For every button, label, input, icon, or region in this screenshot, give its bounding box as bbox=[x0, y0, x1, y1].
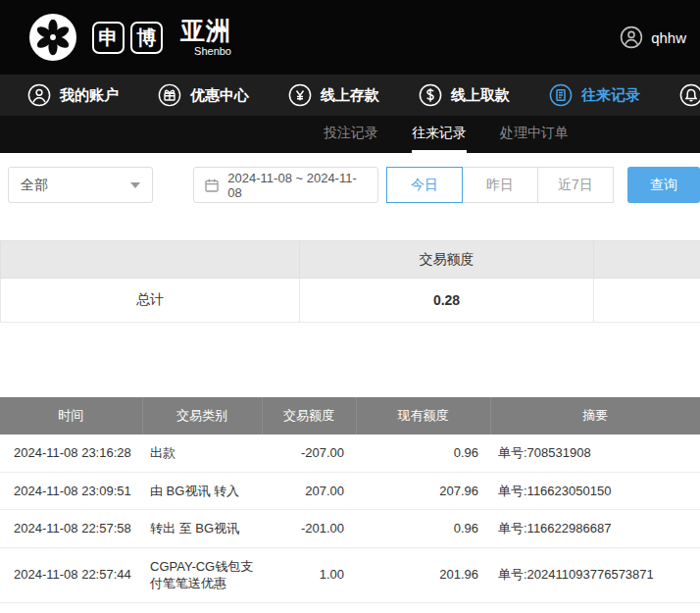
summary-header-empty bbox=[1, 241, 300, 279]
transaction-records-page: 申 博 亚洲 Shenbo qhhw bbox=[0, 0, 700, 613]
nav-item-transactions[interactable]: 往来记录 bbox=[549, 83, 640, 107]
brand-region: 亚洲 bbox=[180, 18, 231, 45]
table-row: 2024-11-08 22:57:44 CGPAY支付 200.00 200.9… bbox=[0, 602, 700, 613]
tab-transaction-records[interactable]: 往来记录 bbox=[412, 116, 467, 153]
nav-item-promotions[interactable]: 优惠中心 bbox=[158, 83, 249, 107]
nav-item-withdraw[interactable]: 线上取款 bbox=[419, 83, 510, 107]
user-account[interactable]: qhhw bbox=[620, 26, 686, 49]
yesterday-button[interactable]: 昨日 bbox=[462, 167, 538, 203]
bell-icon bbox=[679, 83, 700, 107]
summary-header-empty bbox=[594, 241, 700, 279]
col-header-time: 时间 bbox=[0, 397, 142, 434]
tab-label: 处理中订单 bbox=[500, 125, 569, 142]
col-header-amount: 交易额度 bbox=[262, 397, 356, 434]
cell-time: 2024-11-08 22:57:58 bbox=[0, 510, 142, 548]
nav-label: 我的账户 bbox=[60, 86, 119, 105]
deposit-icon bbox=[288, 83, 312, 107]
col-header-summary: 摘要 bbox=[490, 397, 700, 434]
nav-item-my-account[interactable]: 我的账户 bbox=[27, 83, 119, 107]
cell-balance: 207.96 bbox=[356, 472, 490, 510]
cell-amount: 200.00 bbox=[262, 602, 356, 613]
withdraw-icon bbox=[419, 83, 442, 107]
cell-category: CGPAY支付 bbox=[142, 602, 262, 613]
col-header-category: 交易类别 bbox=[142, 397, 262, 434]
table-header-row: 时间 交易类别 交易额度 现有额度 摘要 bbox=[0, 397, 700, 434]
user-avatar-icon bbox=[620, 26, 643, 49]
cell-category: 转出 至 BG视讯 bbox=[142, 510, 262, 548]
cell-time: 2024-11-08 23:09:51 bbox=[0, 472, 142, 510]
cell-summary: 单号:116623050150 bbox=[490, 472, 700, 510]
records-icon bbox=[549, 83, 573, 107]
cell-time: 2024-11-08 23:16:28 bbox=[0, 434, 142, 472]
cell-balance: 201.96 bbox=[356, 547, 490, 602]
transactions-table: 时间 交易类别 交易额度 现有额度 摘要 2024-11-08 23:16:28… bbox=[0, 397, 700, 613]
nav-item-messages[interactable]: 信 bbox=[679, 83, 700, 107]
brand-name-boxes: 申 博 bbox=[92, 22, 163, 54]
cell-summary: 单号:116622986687 bbox=[490, 510, 700, 548]
top-bar: 申 博 亚洲 Shenbo qhhw bbox=[0, 0, 700, 75]
summary-total-value: 0.28 bbox=[300, 279, 594, 323]
main-nav: 我的账户 优惠中心 线上存款 bbox=[0, 75, 700, 116]
cell-amount: 1.00 bbox=[262, 547, 356, 602]
nav-label: 往来记录 bbox=[581, 86, 640, 105]
quick-range-group: 今日 昨日 近7日 bbox=[386, 167, 614, 203]
nav-label: 线上存款 bbox=[321, 86, 379, 105]
table-row: 2024-11-08 22:57:58 转出 至 BG视讯 -201.00 0.… bbox=[0, 510, 700, 548]
summary-total-row: 总计 0.28 bbox=[1, 279, 700, 323]
cell-amount: 207.00 bbox=[262, 472, 356, 510]
nav-label: 线上取款 bbox=[451, 86, 510, 105]
brand-region-block: 亚洲 Shenbo bbox=[180, 18, 231, 57]
cell-amount: -201.00 bbox=[262, 510, 356, 548]
brand-char-bo: 博 bbox=[130, 22, 163, 54]
brand-latin: Shenbo bbox=[180, 46, 231, 57]
account-icon bbox=[27, 83, 51, 107]
nav-label: 优惠中心 bbox=[190, 86, 249, 105]
cell-summary: 单号:708531908 bbox=[490, 434, 700, 472]
date-range-input[interactable]: 2024-11-08 ~ 2024-11-08 bbox=[193, 167, 378, 203]
search-button[interactable]: 查询 bbox=[627, 167, 700, 203]
cell-balance: 0.96 bbox=[356, 510, 490, 548]
summary-header-row: 交易额度 bbox=[1, 241, 700, 279]
cell-summary: 单号:202411093776573871 bbox=[490, 602, 700, 613]
summary-total-label: 总计 bbox=[1, 279, 300, 323]
col-header-balance: 现有额度 bbox=[356, 397, 490, 434]
cell-time: 2024-11-08 22:57:44 bbox=[0, 602, 142, 613]
calendar-icon bbox=[204, 178, 220, 193]
tab-pending-orders[interactable]: 处理中订单 bbox=[500, 116, 569, 153]
brand-flower-icon bbox=[29, 14, 76, 61]
sub-nav: 投注记录 往来记录 处理中订单 bbox=[0, 116, 700, 153]
table-row: 2024-11-08 23:09:51 由 BG视讯 转入 207.00 207… bbox=[0, 472, 700, 510]
cell-category: CGPAY-CG钱包支付笔笔送优惠 bbox=[142, 547, 262, 602]
cell-balance: 200.96 bbox=[356, 602, 490, 613]
cell-amount: -207.00 bbox=[262, 434, 356, 472]
username: qhhw bbox=[651, 29, 686, 46]
tab-label: 投注记录 bbox=[324, 125, 378, 142]
date-range-value: 2024-11-08 ~ 2024-11-08 bbox=[227, 171, 368, 200]
last7days-button[interactable]: 近7日 bbox=[537, 167, 614, 203]
cell-balance: 0.96 bbox=[356, 434, 490, 472]
summary-header-amount: 交易额度 bbox=[300, 241, 594, 279]
chevron-down-icon bbox=[130, 182, 140, 188]
tab-bet-records[interactable]: 投注记录 bbox=[324, 116, 378, 153]
summary-empty-cell bbox=[594, 279, 700, 323]
filter-bar: 全部 2024-11-08 ~ 2024-11-08 今日 昨日 近7日 查询 bbox=[0, 153, 700, 217]
gift-icon bbox=[158, 83, 181, 107]
cell-category: 由 BG视讯 转入 bbox=[142, 472, 262, 510]
cell-category: 出款 bbox=[142, 434, 262, 472]
type-select-value: 全部 bbox=[21, 177, 48, 194]
brand-char-shen: 申 bbox=[92, 22, 125, 54]
summary-table: 交易额度 总计 0.28 bbox=[0, 240, 700, 323]
tab-label: 往来记录 bbox=[412, 125, 467, 142]
nav-item-deposit[interactable]: 线上存款 bbox=[288, 83, 379, 107]
cell-summary: 单号:202411093776573871 bbox=[490, 547, 700, 602]
table-row: 2024-11-08 22:57:44 CGPAY-CG钱包支付笔笔送优惠 1.… bbox=[0, 547, 700, 602]
cell-time: 2024-11-08 22:57:44 bbox=[0, 547, 142, 602]
today-button[interactable]: 今日 bbox=[386, 167, 463, 203]
table-row: 2024-11-08 23:16:28 出款 -207.00 0.96 单号:7… bbox=[0, 434, 700, 472]
type-select[interactable]: 全部 bbox=[8, 167, 153, 203]
